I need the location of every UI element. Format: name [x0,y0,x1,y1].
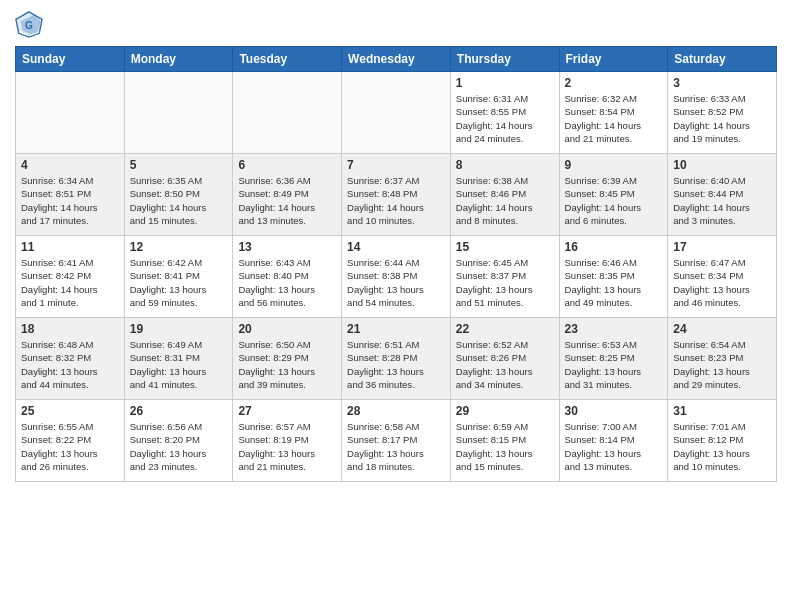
day-info: Sunrise: 6:35 AM Sunset: 8:50 PM Dayligh… [130,174,228,227]
day-number: 6 [238,158,336,172]
day-info: Sunrise: 6:51 AM Sunset: 8:28 PM Dayligh… [347,338,445,391]
day-info: Sunrise: 6:42 AM Sunset: 8:41 PM Dayligh… [130,256,228,309]
day-info: Sunrise: 6:46 AM Sunset: 8:35 PM Dayligh… [565,256,663,309]
day-number: 17 [673,240,771,254]
day-header-tuesday: Tuesday [233,47,342,72]
day-info: Sunrise: 6:32 AM Sunset: 8:54 PM Dayligh… [565,92,663,145]
day-number: 21 [347,322,445,336]
day-number: 12 [130,240,228,254]
day-info: Sunrise: 6:53 AM Sunset: 8:25 PM Dayligh… [565,338,663,391]
day-info: Sunrise: 6:58 AM Sunset: 8:17 PM Dayligh… [347,420,445,473]
calendar-cell: 24Sunrise: 6:54 AM Sunset: 8:23 PM Dayli… [668,318,777,400]
calendar-week-row: 18Sunrise: 6:48 AM Sunset: 8:32 PM Dayli… [16,318,777,400]
day-header-sunday: Sunday [16,47,125,72]
day-header-wednesday: Wednesday [342,47,451,72]
calendar-cell: 9Sunrise: 6:39 AM Sunset: 8:45 PM Daylig… [559,154,668,236]
day-info: Sunrise: 7:00 AM Sunset: 8:14 PM Dayligh… [565,420,663,473]
day-number: 15 [456,240,554,254]
calendar-cell: 20Sunrise: 6:50 AM Sunset: 8:29 PM Dayli… [233,318,342,400]
calendar-week-row: 11Sunrise: 6:41 AM Sunset: 8:42 PM Dayli… [16,236,777,318]
day-info: Sunrise: 6:56 AM Sunset: 8:20 PM Dayligh… [130,420,228,473]
day-info: Sunrise: 6:50 AM Sunset: 8:29 PM Dayligh… [238,338,336,391]
day-info: Sunrise: 6:36 AM Sunset: 8:49 PM Dayligh… [238,174,336,227]
calendar-week-row: 4Sunrise: 6:34 AM Sunset: 8:51 PM Daylig… [16,154,777,236]
day-info: Sunrise: 6:57 AM Sunset: 8:19 PM Dayligh… [238,420,336,473]
day-number: 29 [456,404,554,418]
day-info: Sunrise: 6:59 AM Sunset: 8:15 PM Dayligh… [456,420,554,473]
calendar-cell: 29Sunrise: 6:59 AM Sunset: 8:15 PM Dayli… [450,400,559,482]
calendar-cell: 12Sunrise: 6:42 AM Sunset: 8:41 PM Dayli… [124,236,233,318]
day-number: 28 [347,404,445,418]
day-number: 11 [21,240,119,254]
day-info: Sunrise: 6:47 AM Sunset: 8:34 PM Dayligh… [673,256,771,309]
day-header-monday: Monday [124,47,233,72]
day-number: 16 [565,240,663,254]
day-number: 27 [238,404,336,418]
day-info: Sunrise: 6:43 AM Sunset: 8:40 PM Dayligh… [238,256,336,309]
day-number: 26 [130,404,228,418]
day-number: 1 [456,76,554,90]
logo-icon: G [15,10,43,38]
calendar-cell: 8Sunrise: 6:38 AM Sunset: 8:46 PM Daylig… [450,154,559,236]
page-header: G [15,10,777,38]
day-header-thursday: Thursday [450,47,559,72]
calendar-header-row: SundayMondayTuesdayWednesdayThursdayFrid… [16,47,777,72]
logo: G [15,10,47,38]
calendar-cell [16,72,125,154]
day-info: Sunrise: 6:54 AM Sunset: 8:23 PM Dayligh… [673,338,771,391]
calendar-cell: 11Sunrise: 6:41 AM Sunset: 8:42 PM Dayli… [16,236,125,318]
day-number: 20 [238,322,336,336]
day-number: 30 [565,404,663,418]
day-header-saturday: Saturday [668,47,777,72]
calendar-cell: 1Sunrise: 6:31 AM Sunset: 8:55 PM Daylig… [450,72,559,154]
calendar-cell: 16Sunrise: 6:46 AM Sunset: 8:35 PM Dayli… [559,236,668,318]
day-number: 4 [21,158,119,172]
calendar-week-row: 1Sunrise: 6:31 AM Sunset: 8:55 PM Daylig… [16,72,777,154]
calendar-cell [342,72,451,154]
day-info: Sunrise: 6:52 AM Sunset: 8:26 PM Dayligh… [456,338,554,391]
calendar-cell: 26Sunrise: 6:56 AM Sunset: 8:20 PM Dayli… [124,400,233,482]
day-number: 3 [673,76,771,90]
page-container: G SundayMondayTuesdayWednesdayThursdayFr… [0,0,792,612]
calendar-cell: 4Sunrise: 6:34 AM Sunset: 8:51 PM Daylig… [16,154,125,236]
day-number: 13 [238,240,336,254]
day-info: Sunrise: 6:55 AM Sunset: 8:22 PM Dayligh… [21,420,119,473]
day-number: 24 [673,322,771,336]
day-info: Sunrise: 6:48 AM Sunset: 8:32 PM Dayligh… [21,338,119,391]
calendar-cell [124,72,233,154]
day-info: Sunrise: 6:49 AM Sunset: 8:31 PM Dayligh… [130,338,228,391]
calendar-cell: 28Sunrise: 6:58 AM Sunset: 8:17 PM Dayli… [342,400,451,482]
day-header-friday: Friday [559,47,668,72]
calendar-cell: 19Sunrise: 6:49 AM Sunset: 8:31 PM Dayli… [124,318,233,400]
day-number: 2 [565,76,663,90]
calendar-cell: 14Sunrise: 6:44 AM Sunset: 8:38 PM Dayli… [342,236,451,318]
svg-text:G: G [25,20,33,31]
day-info: Sunrise: 6:41 AM Sunset: 8:42 PM Dayligh… [21,256,119,309]
day-number: 14 [347,240,445,254]
day-number: 23 [565,322,663,336]
day-info: Sunrise: 6:40 AM Sunset: 8:44 PM Dayligh… [673,174,771,227]
day-info: Sunrise: 6:39 AM Sunset: 8:45 PM Dayligh… [565,174,663,227]
day-info: Sunrise: 6:31 AM Sunset: 8:55 PM Dayligh… [456,92,554,145]
day-number: 31 [673,404,771,418]
calendar-cell: 2Sunrise: 6:32 AM Sunset: 8:54 PM Daylig… [559,72,668,154]
day-info: Sunrise: 6:33 AM Sunset: 8:52 PM Dayligh… [673,92,771,145]
calendar-cell: 31Sunrise: 7:01 AM Sunset: 8:12 PM Dayli… [668,400,777,482]
day-info: Sunrise: 7:01 AM Sunset: 8:12 PM Dayligh… [673,420,771,473]
calendar-cell: 27Sunrise: 6:57 AM Sunset: 8:19 PM Dayli… [233,400,342,482]
calendar-cell: 25Sunrise: 6:55 AM Sunset: 8:22 PM Dayli… [16,400,125,482]
calendar-cell: 18Sunrise: 6:48 AM Sunset: 8:32 PM Dayli… [16,318,125,400]
day-number: 9 [565,158,663,172]
day-number: 7 [347,158,445,172]
calendar-week-row: 25Sunrise: 6:55 AM Sunset: 8:22 PM Dayli… [16,400,777,482]
day-number: 8 [456,158,554,172]
day-number: 5 [130,158,228,172]
day-number: 10 [673,158,771,172]
calendar-cell: 10Sunrise: 6:40 AM Sunset: 8:44 PM Dayli… [668,154,777,236]
calendar-cell: 22Sunrise: 6:52 AM Sunset: 8:26 PM Dayli… [450,318,559,400]
calendar-cell: 21Sunrise: 6:51 AM Sunset: 8:28 PM Dayli… [342,318,451,400]
calendar-cell: 5Sunrise: 6:35 AM Sunset: 8:50 PM Daylig… [124,154,233,236]
day-info: Sunrise: 6:45 AM Sunset: 8:37 PM Dayligh… [456,256,554,309]
calendar-cell: 23Sunrise: 6:53 AM Sunset: 8:25 PM Dayli… [559,318,668,400]
calendar-cell: 13Sunrise: 6:43 AM Sunset: 8:40 PM Dayli… [233,236,342,318]
